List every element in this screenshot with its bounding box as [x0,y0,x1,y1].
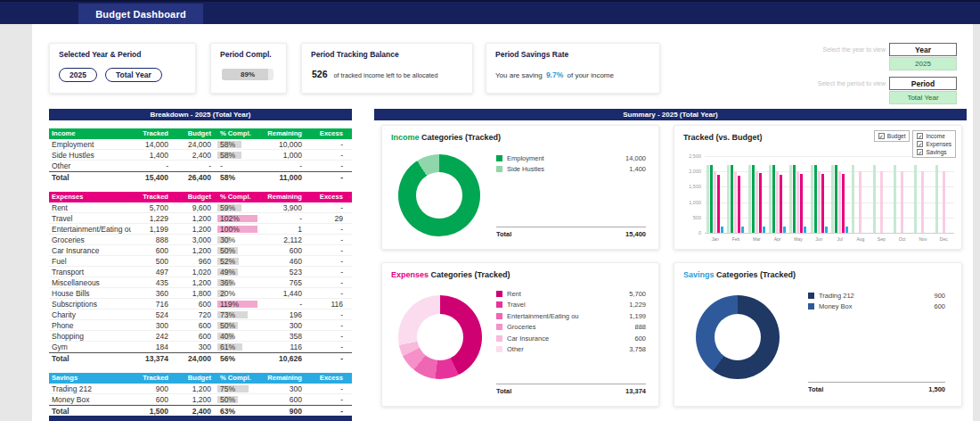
cell-excess: - [309,320,352,330]
row-label: Employment [49,139,131,149]
cutoff-section-bar [49,416,352,421]
section-name: Income [49,128,131,139]
row-label: Total [49,353,131,363]
filter-expenses[interactable]: ✓ Expenses [917,141,951,147]
cell-excess: - [309,256,352,266]
pct-value: 119% [220,300,239,309]
income-card-title-accent: Income [391,133,420,142]
cell-tracked: 888 [131,235,174,244]
cell-budget: 1,200 [174,245,216,255]
bar-savings [741,227,744,233]
checkbox-checked-icon[interactable]: ✓ [878,133,885,139]
row-label: Shopping [49,331,131,341]
pct-value: 52% [220,257,235,266]
checkbox-checked-icon[interactable]: ✓ [917,141,923,147]
pct-value: 58% [220,140,235,149]
cell-pct: 20% [216,288,257,298]
bar-expenses [842,174,845,233]
savings-card-title-accent: Savings [683,270,715,279]
bar-income [772,165,775,233]
legend-label: Groceries [507,323,634,331]
legend-value: 1,199 [629,312,646,320]
cell-excess: - [309,277,352,287]
bar-savings [825,227,828,233]
cell-remaining: - [257,213,309,223]
cell-budget: 600 [174,299,216,309]
filter-income[interactable]: ✓ Income [917,133,951,139]
legend-item: Car Insurance600 [496,333,646,344]
legend-swatch [496,301,502,308]
x-axis-labels: JanFebMarAprMayJunJulAugSepOctNovDec [705,235,954,244]
legend-total-row: Total13,374 [496,384,646,397]
cell-excess: 29 [309,213,352,223]
savings-table: SavingsTrackedBudget% Compl.RemainingExc… [49,373,352,416]
donut-hole [416,172,462,219]
filter-label: Income [926,133,944,139]
bar-group [829,156,850,233]
x-tick-label: Mar [747,235,767,244]
column-header: % Compl. [216,128,257,139]
donut-hole [715,314,762,361]
bar-income-budget [727,165,730,233]
page-title: Budget Dashboard [78,4,203,24]
bar-expenses-budget [734,171,737,233]
cell-budget: 960 [174,256,216,266]
x-tick-label: Sep [871,235,892,244]
cell-pct: 30% [216,235,257,244]
cell-pct: 61% [216,342,257,351]
cell-pct: 100% [216,224,257,234]
cell-excess: - [309,331,352,341]
series-filter-box: ✓ Income ✓ Expenses ✓ Savings [912,130,956,158]
cell-tracked: 1,400 [131,150,174,160]
period-button[interactable]: Total Year [105,68,162,82]
savings-donut-chart [696,295,780,379]
period-completion-card: Period Compl. 89% [210,43,287,94]
table-total-row: Total1,5002,40063%900- [49,405,352,416]
row-label: Rent [49,202,131,212]
table-row: Employment14,00024,00058%10,000- [49,139,352,150]
filter-budget[interactable]: ✓ Budget [878,133,906,139]
income-donut-chart [398,154,480,236]
table-row: Charity52472073%196- [49,310,352,320]
cell-budget: 2,400 [174,150,216,160]
y-tick-label: 1,000 [682,200,701,205]
completion-progress: 89% [222,69,274,80]
table-row: Subscriptions716600119%-116 [49,299,352,310]
pct-value: 58% [220,173,235,182]
legend-total-label: Total [808,385,928,393]
bar-expenses-budget [838,171,841,233]
filter-savings[interactable]: ✓ Savings [917,149,951,155]
legend-value: 600 [934,302,945,310]
expenses-table: ExpensesTrackedBudget% Compl.RemainingEx… [49,192,352,363]
legend-item: Money Box600 [808,301,945,313]
row-label: Miscellaneous [49,277,131,287]
legend-total-value: 13,374 [625,387,646,395]
year-button[interactable]: 2025 [59,68,97,82]
bar-income-budget [706,165,709,233]
table-row: Transport4971,02049%523- [49,267,352,277]
bar-group [747,156,767,233]
checkbox-checked-icon[interactable]: ✓ [917,133,923,139]
cell-excess: - [309,384,352,393]
cell-remaining: 300 [257,320,309,330]
legend-value: 1,229 [629,301,646,309]
column-header: Budget [174,373,216,384]
cell-remaining: - [257,161,309,170]
row-label: Phone [49,320,131,330]
bar-group [705,156,725,233]
income-categories-card: Income Categories (Tracked) Employment14… [381,125,659,250]
bar-expenses-budget [755,171,758,233]
cell-budget: 24,000 [174,353,216,363]
table-row: Money Box6001,20050%600- [49,394,352,405]
year-select[interactable]: 2025 [889,57,957,70]
cell-remaining: 10,000 [257,139,309,149]
cell-excess: - [309,172,352,182]
cell-pct: 36% [216,277,257,287]
bar-income [835,165,837,233]
checkbox-checked-icon[interactable]: ✓ [917,149,923,155]
income-card-title-rest: Categories (Tracked) [420,133,502,142]
period-select[interactable]: Total Year [889,91,957,104]
legend-swatch [808,303,814,310]
table-header-row: IncomeTrackedBudget% Compl.RemainingExce… [49,128,352,139]
cell-excess: - [309,353,352,363]
